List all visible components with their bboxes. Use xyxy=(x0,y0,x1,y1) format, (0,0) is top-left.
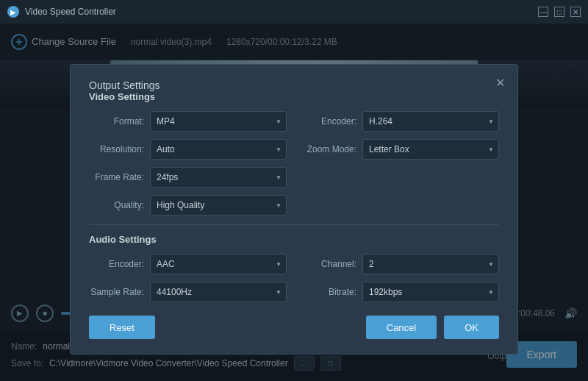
encoder-label: Encoder: xyxy=(301,116,356,127)
output-settings-modal: Output Settings ✕ Video Settings Format:… xyxy=(70,64,518,355)
video-settings-title: Video Settings xyxy=(89,91,499,102)
modal-footer: Reset Cancel OK xyxy=(89,316,499,339)
frame-rate-label: Frame Rate: xyxy=(89,172,144,182)
channel-select-wrapper: 2 xyxy=(362,254,499,274)
sample-rate-label: Sample Rate: xyxy=(89,287,144,297)
quality-select-wrapper: High Quality xyxy=(150,195,287,216)
audio-settings-grid: Encoder: AAC Channel: 2 Sample Rate: xyxy=(89,254,499,302)
sample-rate-select-wrapper: 44100Hz xyxy=(150,282,287,302)
encoder-select[interactable]: H.264 xyxy=(362,111,499,132)
channel-select[interactable]: 2 xyxy=(362,254,499,274)
video-settings-grid: Format: MP4 Encoder: H.264 Resolution: xyxy=(89,111,499,216)
encoder-row: Encoder: H.264 xyxy=(301,111,499,132)
resolution-select[interactable]: Auto xyxy=(150,139,287,160)
resolution-label: Resolution: xyxy=(89,144,144,154)
audio-settings-title: Audio Settings xyxy=(89,234,499,245)
format-select-wrapper: MP4 xyxy=(150,111,287,132)
empty-cell xyxy=(301,167,499,188)
window-controls: — □ ✕ xyxy=(538,7,581,17)
modal-backdrop: Output Settings ✕ Video Settings Format:… xyxy=(0,24,588,381)
frame-rate-select[interactable]: 24fps xyxy=(150,167,287,188)
divider xyxy=(89,224,499,225)
quality-label: Quality: xyxy=(89,200,144,210)
format-row: Format: MP4 xyxy=(89,111,287,132)
cancel-button[interactable]: Cancel xyxy=(366,316,437,339)
channel-label: Channel: xyxy=(301,259,356,269)
resolution-row: Resolution: Auto xyxy=(89,139,287,160)
channel-row: Channel: 2 xyxy=(301,254,499,274)
app-icon: ▶ xyxy=(7,6,19,18)
frame-rate-row: Frame Rate: 24fps xyxy=(89,167,287,188)
frame-rate-select-wrapper: 24fps xyxy=(150,167,287,188)
bitrate-select[interactable]: 192kbps xyxy=(362,282,499,302)
app-title: Video Speed Controller xyxy=(25,7,116,17)
zoom-mode-label: Zoom Mode: xyxy=(301,144,356,154)
format-label: Format: xyxy=(89,116,144,127)
minimize-button[interactable]: — xyxy=(538,7,548,17)
modal-footer-right: Cancel OK xyxy=(366,316,499,339)
zoom-mode-select-wrapper: Letter Box xyxy=(362,139,499,160)
bitrate-select-wrapper: 192kbps xyxy=(362,282,499,302)
encoder-select-wrapper: H.264 xyxy=(362,111,499,132)
audio-encoder-select[interactable]: AAC xyxy=(150,254,287,274)
sample-rate-row: Sample Rate: 44100Hz xyxy=(89,282,287,302)
modal-close-button[interactable]: ✕ xyxy=(492,75,507,90)
zoom-mode-row: Zoom Mode: Letter Box xyxy=(301,139,499,160)
quality-row: Quality: High Quality xyxy=(89,195,287,216)
title-bar: ▶ Video Speed Controller — □ ✕ xyxy=(0,0,588,24)
maximize-button[interactable]: □ xyxy=(554,7,564,17)
close-button[interactable]: ✕ xyxy=(570,7,581,17)
quality-select[interactable]: High Quality xyxy=(150,195,287,216)
title-bar-left: ▶ Video Speed Controller xyxy=(7,6,116,18)
audio-encoder-select-wrapper: AAC xyxy=(150,254,287,274)
reset-button[interactable]: Reset xyxy=(89,316,155,339)
audio-encoder-label: Encoder: xyxy=(89,259,144,269)
modal-title: Output Settings xyxy=(89,79,160,91)
bitrate-row: Bitrate: 192kbps xyxy=(301,282,499,302)
format-select[interactable]: MP4 xyxy=(150,111,287,132)
resolution-select-wrapper: Auto xyxy=(150,139,287,160)
sample-rate-select[interactable]: 44100Hz xyxy=(150,282,287,302)
zoom-mode-select[interactable]: Letter Box xyxy=(362,139,499,160)
ok-button[interactable]: OK xyxy=(444,316,499,339)
audio-encoder-row: Encoder: AAC xyxy=(89,254,287,274)
bitrate-label: Bitrate: xyxy=(301,287,356,297)
